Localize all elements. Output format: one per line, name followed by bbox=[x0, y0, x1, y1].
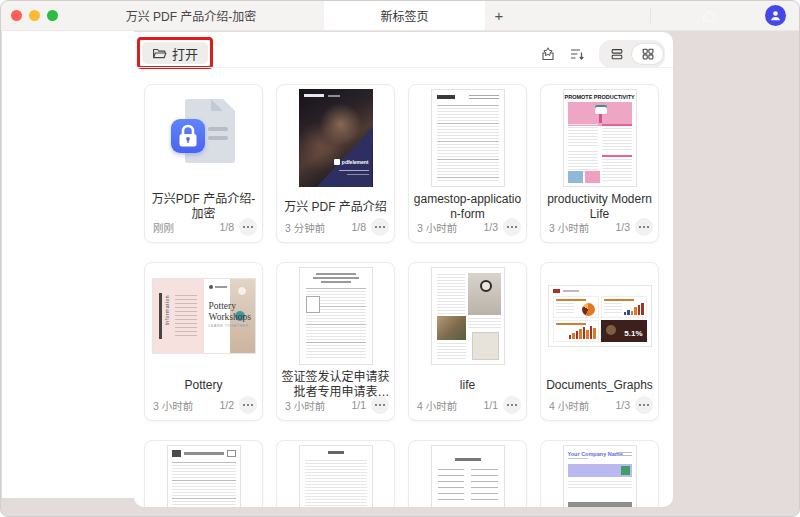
file-card-encrypted[interactable]: 万兴PDF 产品介绍-加密 刚刚 1/8 bbox=[144, 84, 263, 243]
file-thumbnail: PROMOTE PRODUCTIVITY bbox=[541, 85, 658, 191]
open-file-button[interactable]: 打开 bbox=[142, 42, 208, 64]
bar-chart bbox=[569, 326, 596, 339]
pdfelement-logo-icon bbox=[334, 159, 340, 165]
file-card-partial-3[interactable] bbox=[408, 440, 527, 507]
file-pages: 1/8 bbox=[219, 221, 234, 233]
grid-view-button[interactable] bbox=[632, 44, 663, 64]
thumbs-up-icon[interactable] bbox=[701, 7, 718, 24]
file-pages: 1/3 bbox=[615, 399, 630, 411]
more-button[interactable] bbox=[239, 218, 257, 236]
file-card-partial-2[interactable] bbox=[276, 440, 395, 507]
file-time: 4 小时前 bbox=[549, 398, 589, 413]
file-thumbnail: Your Company Name bbox=[541, 441, 658, 507]
titlebar-divider bbox=[650, 8, 651, 23]
file-card-partial-4[interactable]: Your Company Name bbox=[540, 440, 659, 507]
file-thumbnail bbox=[277, 263, 394, 369]
file-time: 3 小时前 bbox=[153, 398, 193, 413]
file-card-life[interactable]: life 4 小时前 1/1 bbox=[408, 262, 527, 421]
close-button[interactable] bbox=[11, 10, 22, 21]
bar-chart bbox=[624, 303, 644, 315]
file-card-brochure[interactable]: pdfelement 万兴 PDF 产品介绍 3 分钟前 1/8 bbox=[276, 84, 395, 243]
thumb-subtitle: LEARN TOGETHER bbox=[209, 324, 249, 328]
photo-box bbox=[306, 296, 320, 313]
open-button-label: 打开 bbox=[172, 44, 198, 63]
file-pages: 1/3 bbox=[615, 221, 630, 233]
tab-label: 万兴 PDF 产品介绍-加密 bbox=[126, 7, 257, 24]
more-button[interactable] bbox=[371, 218, 389, 236]
app-window: 万兴 PDF 产品介绍-加密 新标签页 + 打开 bbox=[0, 0, 800, 517]
file-thumbnail bbox=[277, 441, 394, 507]
file-thumbnail bbox=[409, 263, 526, 369]
cover-triangle bbox=[317, 127, 373, 187]
zoom-button[interactable] bbox=[47, 10, 58, 21]
more-button[interactable] bbox=[503, 396, 521, 414]
file-pages: 1/1 bbox=[483, 399, 498, 411]
file-card-partial-1[interactable] bbox=[144, 440, 263, 507]
file-card-graphs[interactable]: 5.1% Documents_Graphs 4 小时前 1/3 bbox=[540, 262, 659, 421]
plus-icon: + bbox=[495, 7, 504, 24]
more-button[interactable] bbox=[635, 218, 653, 236]
person-icon bbox=[769, 9, 782, 22]
lock-icon bbox=[171, 119, 205, 153]
more-button[interactable] bbox=[503, 218, 521, 236]
file-thumbnail: pdfelement bbox=[277, 85, 394, 191]
left-sidebar bbox=[2, 30, 134, 498]
view-mode-toggle bbox=[599, 40, 665, 68]
file-time: 刚刚 bbox=[153, 220, 174, 235]
invoice-header-band bbox=[568, 464, 632, 477]
sort-icon[interactable] bbox=[568, 46, 585, 63]
file-thumbnail bbox=[409, 85, 526, 191]
file-time: 4 小时前 bbox=[417, 398, 457, 413]
thumb-heading: PROMOTE PRODUCTIVITY bbox=[565, 94, 635, 100]
new-tab-button[interactable]: + bbox=[488, 1, 510, 30]
pdfelement-logo-text: pdfelement bbox=[342, 159, 369, 165]
file-time: 3 小时前 bbox=[549, 220, 589, 235]
title-bar: 万兴 PDF 产品介绍-加密 新标签页 + bbox=[1, 1, 799, 31]
file-card-gamestop[interactable]: gamestop-application-form 3 小时前 1/3 bbox=[408, 84, 527, 243]
file-time: 3 小时前 bbox=[417, 220, 457, 235]
board-photo bbox=[472, 332, 499, 360]
file-card-productivity[interactable]: PROMOTE PRODUCTIVITY productivity Modern… bbox=[540, 84, 659, 243]
tab-label: 新标签页 bbox=[380, 7, 428, 24]
thumb-title-line: Workshops bbox=[209, 312, 252, 323]
list-view-button[interactable] bbox=[601, 44, 632, 64]
grid-view-icon bbox=[641, 47, 655, 61]
stat-value: 5.1% bbox=[624, 329, 642, 338]
thumb-side-label: Information bbox=[164, 295, 170, 326]
open-folder-icon bbox=[152, 47, 167, 60]
clock-photo bbox=[468, 273, 501, 315]
view-tools bbox=[539, 40, 665, 68]
file-card-pottery[interactable]: Information PotteryWorkshops LEARN TOGET… bbox=[144, 262, 263, 421]
favorites-icon[interactable] bbox=[539, 46, 556, 63]
file-pages: 1/1 bbox=[351, 399, 366, 411]
toolbar-divider bbox=[134, 67, 673, 68]
recent-files-grid: 万兴PDF 产品介绍-加密 刚刚 1/8 pdfelement bbox=[144, 84, 659, 507]
file-thumbnail bbox=[145, 85, 262, 191]
account-avatar[interactable] bbox=[765, 5, 786, 26]
file-pages: 1/8 bbox=[351, 221, 366, 233]
file-thumbnail: Information PotteryWorkshops LEARN TOGET… bbox=[145, 263, 262, 369]
minimize-button[interactable] bbox=[29, 10, 40, 21]
file-pages: 1/3 bbox=[483, 221, 498, 233]
file-thumbnail: 5.1% bbox=[541, 263, 658, 369]
tab-encrypted-doc[interactable]: 万兴 PDF 产品介绍-加密 bbox=[61, 1, 321, 30]
file-time: 3 小时前 bbox=[285, 398, 325, 413]
file-pages: 1/2 bbox=[219, 399, 234, 411]
slide-logo bbox=[553, 289, 560, 293]
traffic-lights bbox=[11, 10, 58, 21]
file-time: 3 分钟前 bbox=[285, 220, 325, 235]
more-button[interactable] bbox=[239, 396, 257, 414]
pie-chart bbox=[582, 303, 595, 316]
thumb-image bbox=[568, 102, 632, 126]
red-annotation-box: 打开 bbox=[137, 37, 213, 69]
desk-photo bbox=[437, 316, 466, 340]
file-thumbnail bbox=[145, 441, 262, 507]
file-card-visa-form[interactable]: 签证签发认定申请获批者专用申请表 (C... 3 小时前 1/1 bbox=[276, 262, 395, 421]
thumb-title-line: Pottery bbox=[209, 301, 252, 312]
file-thumbnail bbox=[409, 441, 526, 507]
more-button[interactable] bbox=[371, 396, 389, 414]
recent-files-panel: 打开 bbox=[134, 32, 673, 507]
more-button[interactable] bbox=[635, 396, 653, 414]
tab-new-tab[interactable]: 新标签页 bbox=[324, 1, 485, 30]
cover-logo bbox=[304, 94, 324, 97]
